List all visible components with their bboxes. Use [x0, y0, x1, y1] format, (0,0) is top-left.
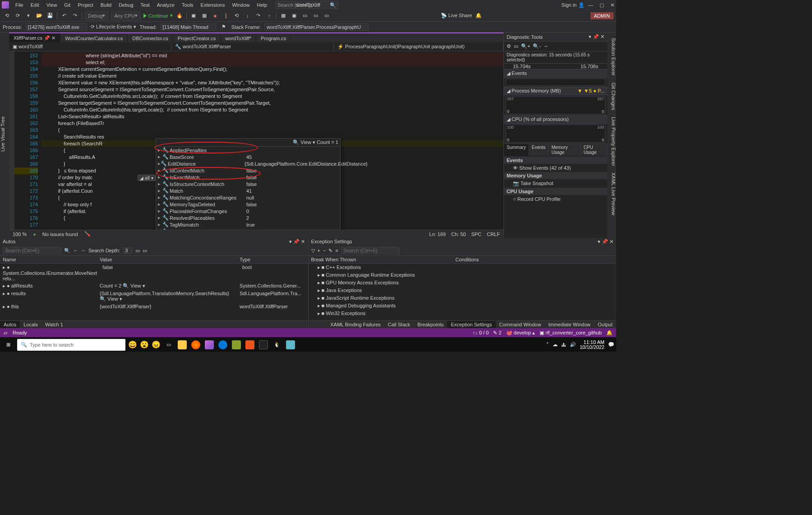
exc-edit-icon[interactable]: ✎: [328, 248, 332, 254]
menu-analyze[interactable]: Analyze: [153, 1, 178, 9]
code-editor[interactable]: 1521531541551561571581591601611621631641…: [9, 51, 503, 230]
exc-add-icon[interactable]: +: [318, 248, 320, 253]
menu-git[interactable]: Git: [60, 1, 74, 9]
redo-icon[interactable]: ↷: [71, 12, 79, 20]
zoom-level[interactable]: 100 %: [13, 232, 27, 237]
datatip-row[interactable]: ▸🔧MatchingConcordanceRangesnull: [156, 194, 340, 201]
exc-col-cond[interactable]: Conditions: [453, 256, 617, 263]
lifecycle-events[interactable]: ⟳ Lifecycle Events ▾: [91, 24, 136, 30]
status-branch[interactable]: 🐙 develop ▴: [506, 330, 535, 336]
tab-projectcreator[interactable]: ProjectCreator.cs: [173, 34, 221, 42]
datatip-row[interactable]: ▸🔧IdContextMatchfalse: [156, 167, 340, 174]
exc-remove-icon[interactable]: −: [323, 248, 326, 253]
autos-depth-combo[interactable]: 3: [123, 247, 133, 254]
taskbar-app3[interactable]: [285, 339, 296, 350]
tb-icon-a[interactable]: ▣: [290, 12, 298, 20]
datatip-row[interactable]: ▸🔧ResolvedPlaceables2: [156, 214, 340, 221]
exception-category[interactable]: ▸ ■ Win32 Exceptions: [309, 310, 617, 317]
taskbar-explorer[interactable]: [177, 339, 188, 350]
diag-reset-icon[interactable]: ↔: [544, 43, 549, 49]
diag-tab-summary[interactable]: Summary: [504, 144, 529, 156]
tab-program[interactable]: Program.cs: [256, 34, 291, 42]
win2-icon[interactable]: ▦: [200, 12, 208, 20]
ftab-breakpoints[interactable]: Breakpoints: [414, 321, 447, 328]
step-into-icon[interactable]: ↓: [244, 12, 252, 20]
menu-view[interactable]: View: [43, 1, 61, 9]
stackframe-combo[interactable]: wordToXliff.XliffParser.ProcessParagraph…: [264, 23, 369, 31]
menu-tools[interactable]: Tools: [178, 1, 197, 9]
maximize-icon[interactable]: ▢: [600, 2, 604, 8]
live-visual-tree-tab[interactable]: Live Visual Tree: [0, 113, 5, 154]
autos-tab-locals[interactable]: Locals: [20, 321, 42, 328]
menu-edit[interactable]: Edit: [27, 1, 43, 9]
datatip-row[interactable]: ▸🔧TagMismatchtrue: [156, 221, 340, 228]
status-notif-icon[interactable]: 🔔: [606, 330, 613, 336]
close-icon[interactable]: ✕: [610, 2, 614, 8]
menu-test[interactable]: Test: [137, 1, 153, 9]
ftab-exception[interactable]: Exception Settings: [447, 321, 495, 328]
stop-icon[interactable]: ■: [211, 12, 219, 20]
undo-icon[interactable]: ↶: [60, 12, 68, 20]
tab-wordcounter[interactable]: WordCounterCalculator.cs: [60, 34, 128, 42]
autos-search[interactable]: [3, 247, 61, 254]
nav-project[interactable]: ▣ wordToXliff: [9, 43, 171, 51]
datatip-row[interactable]: ▸🔧PlaceableFormatChanges0: [156, 208, 340, 214]
step-over-icon[interactable]: ↷: [254, 12, 263, 20]
exception-category[interactable]: ▸ ■ GPU Memory Access Exceptions: [309, 279, 617, 287]
datatip-row[interactable]: ▸🔧AppliedPenalties: [156, 147, 340, 153]
tb-icon-b[interactable]: ▭: [301, 12, 309, 20]
taskbar-app2[interactable]: [245, 339, 255, 350]
diag-settings-icon[interactable]: ⚙: [507, 43, 511, 49]
menu-extensions[interactable]: Extensions: [197, 1, 229, 9]
exc-search[interactable]: [341, 247, 400, 254]
issues-indicator[interactable]: No issues found: [42, 232, 78, 237]
datatip-row[interactable]: ▸🔧EditDistance{Sdl.LanguagePlatform.Core…: [156, 160, 340, 167]
signin-link[interactable]: Sign in: [561, 2, 577, 8]
tab-xliffparser[interactable]: XliffParser.cs 📌 ✕: [9, 33, 60, 42]
autos-tool2-icon[interactable]: ▭: [143, 248, 147, 254]
git-changes-tab[interactable]: Git Changes: [611, 80, 616, 113]
thread-flag-icon[interactable]: ⚑: [220, 23, 228, 31]
tray-notifications-icon[interactable]: 💬: [608, 342, 614, 348]
live-property-tab[interactable]: Live Property Explorer: [611, 114, 616, 169]
xaml-preview-tab[interactable]: XAML Live Preview: [611, 170, 616, 218]
diag-events-track[interactable]: [506, 79, 605, 86]
nav-fwd-icon[interactable]: ⟳: [14, 12, 22, 20]
diag-tab-cpu[interactable]: CPU Usage: [581, 144, 607, 156]
exception-category[interactable]: ▸ ■ JavaScript Runtime Exceptions: [309, 294, 617, 302]
exception-category[interactable]: ▸ ■ Java Exceptions: [309, 287, 617, 294]
tb-icon-c[interactable]: ▭: [312, 12, 320, 20]
menu-help[interactable]: Help: [254, 1, 271, 9]
tray-clock[interactable]: 11:10 AM10/10/2022: [580, 340, 604, 350]
diag-tab-memory[interactable]: Memory Usage: [549, 144, 581, 156]
taskbar-app1[interactable]: [231, 339, 242, 350]
tray-chevron-icon[interactable]: ˄: [546, 342, 549, 348]
ftab-command[interactable]: Command Window: [496, 321, 545, 328]
windows-search[interactable]: 🔍 Type here to search: [17, 339, 125, 351]
solution-explorer-tab[interactable]: Solution Explorer: [611, 35, 616, 79]
menu-project[interactable]: Project: [74, 1, 97, 9]
tray-network-icon[interactable]: 🖧: [561, 342, 566, 348]
taskbar-linux[interactable]: 🐧: [272, 339, 282, 350]
debugger-datatip[interactable]: 🔍 View ▾ Count = 1 ▸🔧AppliedPenalties▸🔧B…: [156, 138, 341, 230]
autos-row[interactable]: ▸ ● allResultsCount = 2 🔍 View ▾ System.…: [0, 282, 308, 290]
config-combo[interactable]: Debug ▾: [85, 11, 108, 20]
exc-filter-icon[interactable]: ▽: [311, 248, 315, 254]
tb-icon-d[interactable]: ▭: [323, 12, 331, 20]
taskbar-maps[interactable]: [217, 339, 228, 350]
menu-debug[interactable]: Debug: [115, 1, 137, 9]
diag-tab-events[interactable]: Events: [529, 144, 549, 156]
menu-file[interactable]: File: [12, 1, 27, 9]
exc-col-break[interactable]: Break When Thrown: [309, 256, 453, 263]
open-icon[interactable]: 📂: [35, 12, 43, 20]
restart-icon[interactable]: ⟲: [233, 12, 241, 20]
save-icon[interactable]: 💾: [46, 12, 54, 20]
minimize-icon[interactable]: —: [588, 2, 593, 8]
autos-tab-watch[interactable]: Watch 1: [42, 321, 67, 328]
live-share-button[interactable]: 📡 Live Share: [441, 13, 472, 19]
autos-row[interactable]: ▸ ● this{wordToXliff.XliffParser}wordToX…: [0, 303, 308, 311]
datatip-row[interactable]: ▸🔧Match41: [156, 187, 340, 194]
datatip-row[interactable]: ▸🔧IsStructureContextMatchfalse: [156, 181, 340, 187]
step-out-icon[interactable]: ↑: [265, 12, 273, 20]
new-icon[interactable]: ▾: [24, 12, 32, 20]
